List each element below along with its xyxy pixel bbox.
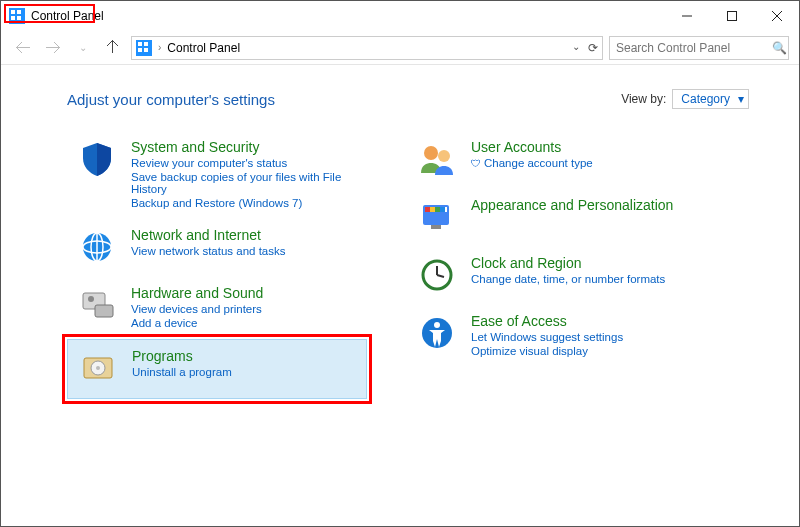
up-button[interactable]: 🡡: [101, 36, 125, 60]
content-header: Adjust your computer's settings View by:…: [67, 89, 779, 109]
category-appearance[interactable]: Appearance and Personalization: [407, 189, 707, 247]
clock-icon: [417, 255, 457, 295]
categories: System and SecurityReview your computer'…: [67, 131, 779, 399]
category-link[interactable]: View devices and printers: [131, 303, 263, 315]
titlebar: Control Panel: [1, 1, 799, 31]
content: Adjust your computer's settings View by:…: [1, 65, 799, 409]
svg-rect-21: [440, 207, 445, 212]
close-button[interactable]: [754, 1, 799, 31]
category-title[interactable]: User Accounts: [471, 139, 593, 155]
right-column: User AccountsChange account typeAppearan…: [407, 131, 707, 399]
svg-rect-9: [95, 305, 113, 317]
category-title[interactable]: Hardware and Sound: [131, 285, 263, 301]
back-button[interactable]: 🡠: [11, 36, 35, 60]
minimize-icon: [682, 11, 692, 21]
user-accounts-icon: [417, 139, 457, 179]
control-panel-icon: [9, 8, 25, 24]
network-icon: [77, 227, 117, 267]
address-right: ⌄ ⟳: [572, 41, 598, 55]
category-text: User AccountsChange account type: [471, 139, 593, 169]
category-link[interactable]: Change account type: [471, 157, 593, 169]
category-ease[interactable]: Ease of AccessLet Windows suggest settin…: [407, 305, 707, 367]
category-title[interactable]: Appearance and Personalization: [471, 197, 673, 213]
window-controls: [664, 1, 799, 31]
ease-icon: [417, 313, 457, 353]
category-programs[interactable]: ProgramsUninstall a program: [67, 339, 367, 399]
control-panel-icon: [136, 40, 152, 56]
maximize-button[interactable]: [709, 1, 754, 31]
svg-point-27: [434, 322, 440, 328]
category-text: Clock and RegionChange date, time, or nu…: [471, 255, 665, 285]
category-link[interactable]: Optimize visual display: [471, 345, 623, 357]
view-by: View by: Category: [621, 89, 749, 109]
chevron-right-icon: ›: [158, 42, 161, 53]
category-network[interactable]: Network and InternetView network status …: [67, 219, 367, 277]
search-input[interactable]: [616, 41, 766, 55]
svg-rect-20: [435, 207, 440, 212]
system-security-icon: [77, 139, 117, 179]
search-icon[interactable]: 🔍: [772, 41, 787, 55]
category-link[interactable]: Add a device: [131, 317, 263, 329]
programs-icon: [78, 348, 118, 388]
category-link[interactable]: Review your computer's status: [131, 157, 357, 169]
category-title[interactable]: System and Security: [131, 139, 357, 155]
svg-rect-22: [431, 225, 441, 229]
category-text: Network and InternetView network status …: [131, 227, 285, 257]
address-location: Control Panel: [167, 41, 240, 55]
category-title[interactable]: Programs: [132, 348, 232, 364]
category-text: Appearance and Personalization: [471, 197, 673, 213]
category-system-security[interactable]: System and SecurityReview your computer'…: [67, 131, 367, 219]
close-icon: [772, 11, 782, 21]
category-link[interactable]: Change date, time, or number formats: [471, 273, 665, 285]
category-link[interactable]: Backup and Restore (Windows 7): [131, 197, 357, 209]
maximize-icon: [727, 11, 737, 21]
category-title[interactable]: Ease of Access: [471, 313, 623, 329]
category-link[interactable]: Save backup copies of your files with Fi…: [131, 171, 357, 195]
address-bar[interactable]: › Control Panel ⌄ ⟳: [131, 36, 603, 60]
category-text: Hardware and SoundView devices and print…: [131, 285, 263, 329]
category-text: Ease of AccessLet Windows suggest settin…: [471, 313, 623, 357]
category-text: ProgramsUninstall a program: [132, 348, 232, 378]
category-title[interactable]: Network and Internet: [131, 227, 285, 243]
refresh-icon[interactable]: ⟳: [588, 41, 598, 55]
category-clock[interactable]: Clock and RegionChange date, time, or nu…: [407, 247, 707, 305]
search-box[interactable]: 🔍: [609, 36, 789, 60]
svg-rect-19: [430, 207, 435, 212]
svg-point-13: [96, 366, 100, 370]
view-by-select[interactable]: Category: [672, 89, 749, 109]
category-link[interactable]: Let Windows suggest settings: [471, 331, 623, 343]
forward-button[interactable]: 🡢: [41, 36, 65, 60]
category-hardware[interactable]: Hardware and SoundView devices and print…: [67, 277, 367, 339]
page-heading: Adjust your computer's settings: [67, 91, 275, 108]
navigation-bar: 🡠 🡢 ⌄ 🡡 › Control Panel ⌄ ⟳ 🔍: [1, 31, 799, 65]
svg-rect-18: [425, 207, 430, 212]
chevron-down-icon[interactable]: ⌄: [572, 41, 580, 55]
titlebar-left: Control Panel: [9, 8, 104, 24]
appearance-icon: [417, 197, 457, 237]
svg-point-15: [438, 150, 450, 162]
minimize-button[interactable]: [664, 1, 709, 31]
svg-point-14: [424, 146, 438, 160]
category-text: System and SecurityReview your computer'…: [131, 139, 357, 209]
view-by-label: View by:: [621, 92, 666, 106]
left-column: System and SecurityReview your computer'…: [67, 131, 367, 399]
category-user-accounts[interactable]: User AccountsChange account type: [407, 131, 707, 189]
svg-point-10: [88, 296, 94, 302]
category-title[interactable]: Clock and Region: [471, 255, 665, 271]
category-link[interactable]: View network status and tasks: [131, 245, 285, 257]
svg-rect-1: [727, 12, 736, 21]
hardware-icon: [77, 285, 117, 325]
recent-dropdown[interactable]: ⌄: [71, 36, 95, 60]
window-title: Control Panel: [31, 9, 104, 23]
category-link[interactable]: Uninstall a program: [132, 366, 232, 378]
